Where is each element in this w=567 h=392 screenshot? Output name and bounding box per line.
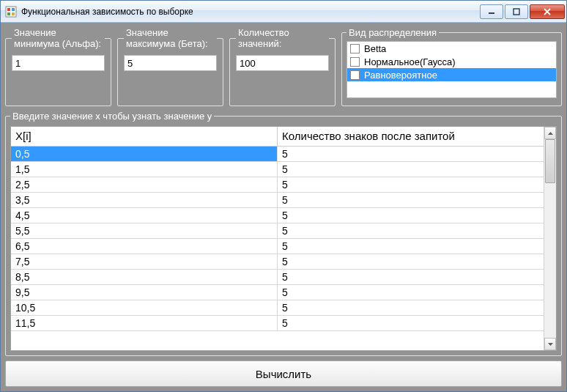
cell-x[interactable]: 1,5 bbox=[11, 161, 278, 177]
xy-table-wrap: X[i] Количество знаков после запитой 0,5… bbox=[10, 126, 557, 351]
cell-x[interactable]: 11,5 bbox=[11, 315, 278, 330]
distribution-item[interactable]: Betta bbox=[347, 42, 556, 55]
svg-rect-3 bbox=[7, 12, 10, 15]
table-row[interactable]: 1,55 bbox=[11, 161, 544, 177]
xy-table[interactable]: X[i] Количество знаков после запитой 0,5… bbox=[11, 127, 544, 331]
col-x-header[interactable]: X[i] bbox=[11, 127, 278, 146]
scroll-track[interactable] bbox=[544, 139, 556, 338]
svg-rect-6 bbox=[514, 9, 519, 15]
app-icon bbox=[5, 6, 17, 18]
distribution-item[interactable]: Равновероятное bbox=[347, 68, 556, 81]
table-row[interactable]: 5,55 bbox=[11, 223, 544, 238]
calculate-button-label: Вычислить bbox=[256, 368, 311, 380]
svg-rect-1 bbox=[7, 8, 10, 11]
cell-digits[interactable]: 5 bbox=[278, 161, 544, 177]
group-xy: Введите значение x чтобы узнать значение… bbox=[5, 111, 562, 356]
cell-x[interactable]: 3,5 bbox=[11, 192, 278, 207]
svg-rect-4 bbox=[12, 12, 15, 15]
scroll-up-button[interactable] bbox=[544, 127, 556, 139]
cell-digits[interactable]: 5 bbox=[278, 223, 544, 238]
distribution-item[interactable]: Нормальное(Гаусса) bbox=[347, 55, 556, 68]
client-area: Значение минимума (Альфа): Значение макс… bbox=[1, 23, 566, 391]
window-title: Функциональная зависимость по выборке bbox=[21, 7, 478, 17]
group-max: Значение максимума (Бета): bbox=[117, 27, 223, 106]
cell-x[interactable]: 5,5 bbox=[11, 223, 278, 238]
min-input[interactable] bbox=[12, 55, 105, 71]
cell-digits[interactable]: 5 bbox=[278, 238, 544, 254]
cell-digits[interactable]: 5 bbox=[278, 177, 544, 192]
scroll-down-button[interactable] bbox=[544, 338, 556, 350]
table-row[interactable]: 3,55 bbox=[11, 192, 544, 207]
checkbox-icon[interactable] bbox=[350, 57, 360, 67]
distribution-list[interactable]: BettaНормальное(Гаусса)Равновероятное bbox=[346, 41, 557, 98]
max-input[interactable] bbox=[124, 55, 217, 71]
cell-digits[interactable]: 5 bbox=[278, 269, 544, 284]
group-min: Значение минимума (Альфа): bbox=[5, 27, 111, 106]
group-count-legend: Количество значений: bbox=[236, 27, 329, 49]
distribution-item-label: Равновероятное bbox=[364, 70, 437, 81]
count-input[interactable] bbox=[236, 55, 329, 71]
checkbox-icon[interactable] bbox=[350, 44, 360, 53]
calculate-button[interactable]: Вычислить bbox=[5, 360, 562, 387]
svg-rect-2 bbox=[12, 8, 15, 11]
titlebar[interactable]: Функциональная зависимость по выборке bbox=[1, 1, 566, 23]
table-row[interactable]: 10,55 bbox=[11, 300, 544, 315]
table-row[interactable]: 7,55 bbox=[11, 254, 544, 269]
cell-x[interactable]: 0,5 bbox=[11, 146, 278, 161]
vertical-scrollbar[interactable] bbox=[544, 127, 556, 350]
table-row[interactable]: 11,55 bbox=[11, 315, 544, 330]
table-row[interactable]: 9,55 bbox=[11, 284, 544, 300]
app-window: Функциональная зависимость по выборке Зн… bbox=[0, 0, 567, 392]
svg-rect-5 bbox=[489, 12, 494, 14]
cell-digits[interactable]: 5 bbox=[278, 315, 544, 330]
group-count: Количество значений: bbox=[229, 27, 336, 106]
close-button[interactable] bbox=[530, 4, 565, 19]
distribution-item-label: Нормальное(Гаусса) bbox=[364, 56, 456, 67]
cell-digits[interactable]: 5 bbox=[278, 207, 544, 223]
col-digits-header[interactable]: Количество знаков после запитой bbox=[278, 127, 544, 146]
cell-x[interactable]: 10,5 bbox=[11, 300, 278, 315]
cell-x[interactable]: 2,5 bbox=[11, 177, 278, 192]
cell-digits[interactable]: 5 bbox=[278, 284, 544, 300]
cell-digits[interactable]: 5 bbox=[278, 254, 544, 269]
checkbox-icon[interactable] bbox=[350, 70, 360, 80]
distribution-item-label: Betta bbox=[364, 43, 386, 54]
group-max-legend: Значение максимума (Бета): bbox=[124, 27, 217, 49]
cell-x[interactable]: 6,5 bbox=[11, 238, 278, 254]
table-row[interactable]: 0,55 bbox=[11, 146, 544, 161]
table-row[interactable]: 8,55 bbox=[11, 269, 544, 284]
cell-x[interactable]: 9,5 bbox=[11, 284, 278, 300]
cell-x[interactable]: 7,5 bbox=[11, 254, 278, 269]
cell-digits[interactable]: 5 bbox=[278, 192, 544, 207]
group-min-legend: Значение минимума (Альфа): bbox=[12, 27, 105, 49]
cell-digits[interactable]: 5 bbox=[278, 146, 544, 161]
table-row[interactable]: 2,55 bbox=[11, 177, 544, 192]
group-xy-legend: Введите значение x чтобы узнать значение… bbox=[10, 111, 214, 122]
table-row[interactable]: 6,55 bbox=[11, 238, 544, 254]
table-row[interactable]: 4,55 bbox=[11, 207, 544, 223]
xy-table-scroll: X[i] Количество знаков после запитой 0,5… bbox=[11, 127, 544, 350]
cell-x[interactable]: 8,5 bbox=[11, 269, 278, 284]
cell-digits[interactable]: 5 bbox=[278, 300, 544, 315]
group-distribution-legend: Вид распределения bbox=[346, 27, 439, 38]
group-distribution: Вид распределения BettaНормальное(Гаусса… bbox=[341, 27, 562, 106]
maximize-button[interactable] bbox=[505, 4, 528, 19]
cell-x[interactable]: 4,5 bbox=[11, 207, 278, 223]
scroll-thumb[interactable] bbox=[545, 139, 555, 183]
top-row: Значение минимума (Альфа): Значение макс… bbox=[5, 27, 562, 106]
window-buttons bbox=[478, 4, 565, 19]
minimize-button[interactable] bbox=[480, 4, 503, 19]
